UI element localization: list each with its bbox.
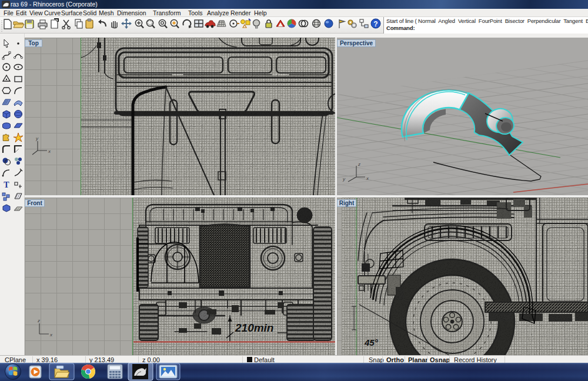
svg-text:z: z	[37, 318, 40, 323]
svg-text:?: ?	[373, 20, 377, 28]
svg-text:z: z	[358, 162, 360, 167]
svg-text:T: T	[4, 181, 9, 189]
